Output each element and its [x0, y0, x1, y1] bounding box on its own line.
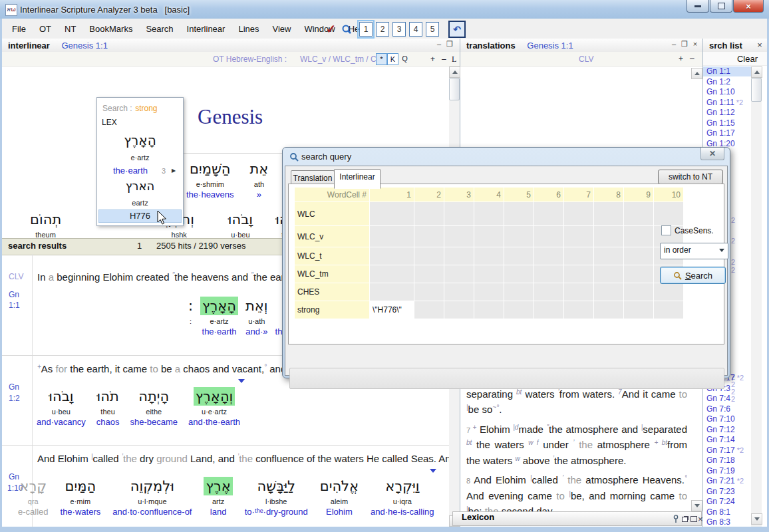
close-button[interactable]: ×: [733, 0, 764, 13]
panel-minimize-icon[interactable]: –: [669, 40, 679, 48]
word-cell[interactable]: וַיִּקְרָאu·iqraand·he-is-calling: [371, 477, 434, 517]
srch-list-scrollbar[interactable]: [751, 66, 762, 527]
scroll-up-button[interactable]: [691, 68, 702, 79]
translation-paragraph[interactable]: 7 + Elohim |dmade "the atmosphere and |s…: [466, 422, 687, 469]
query-cell[interactable]: [564, 283, 594, 301]
panel-maximize-icon[interactable]: ❒: [445, 40, 454, 49]
query-cell[interactable]: [534, 247, 564, 265]
word-cell[interactable]: קָרָאqrae-called: [18, 477, 49, 517]
word-cell[interactable]: הַשָּׁמַיִםe·shmimthe·heavens: [186, 160, 234, 200]
query-cell[interactable]: [564, 226, 594, 247]
search-button[interactable]: Search: [660, 267, 726, 284]
query-cell[interactable]: [654, 283, 684, 301]
srch-list-item[interactable]: Gn 1:10: [703, 87, 754, 97]
popup-lex-item[interactable]: LEX: [102, 118, 117, 127]
word-cell[interactable]: הָאָרֶץe·artzthe·earth: [200, 297, 238, 336]
verse-ref[interactable]: 1:1: [9, 301, 20, 310]
query-cell[interactable]: [504, 301, 534, 319]
case-sensitive-option[interactable]: CaseSens.: [661, 225, 714, 235]
scroll-up-button[interactable]: [449, 66, 460, 78]
query-cell[interactable]: [624, 283, 654, 301]
verse-line-gn110[interactable]: And Elohim |called ’the dry ground Land,…: [37, 453, 449, 464]
popup-strong-item[interactable]: H776: [98, 209, 182, 223]
minimize-button[interactable]: [687, 0, 709, 13]
query-cell[interactable]: [564, 301, 594, 319]
lexicon-bar[interactable]: Lexicon ×: [452, 511, 702, 526]
version-badge[interactable]: CLV: [9, 272, 23, 281]
lines-button[interactable]: L: [452, 55, 456, 65]
search-query-dialog[interactable]: search query ✕ Translation Interlinear s…: [282, 147, 730, 378]
translation-text[interactable]: in the midst of the waters, +that it may…: [466, 371, 687, 511]
word-cell[interactable]: וְאֵתu·athand·»: [245, 297, 268, 336]
menu-item-lines[interactable]: Lines: [231, 19, 265, 34]
query-cell[interactable]: [624, 202, 654, 226]
title-bar[interactable]: אω Interlinear Scripture Analyzer 3 beta…: [0, 0, 769, 19]
zoom-in-button[interactable]: +: [430, 55, 435, 64]
query-cell[interactable]: [414, 265, 444, 283]
query-cell[interactable]: [444, 202, 474, 226]
word-cell[interactable]: וָבֹהוּu·beuand·vacancy: [216, 210, 265, 238]
query-cell[interactable]: [414, 247, 444, 265]
order-dropdown[interactable]: in order: [660, 243, 728, 259]
srch-list-item[interactable]: Gn 7:21*2: [703, 476, 754, 486]
query-cell[interactable]: [414, 283, 444, 301]
query-cell[interactable]: [594, 265, 624, 283]
translation-paragraph[interactable]: 8 And Elohim |called ’ the atmosphere He…: [466, 473, 687, 511]
srch-list-item[interactable]: Gn 1:11*2: [703, 98, 754, 108]
query-cell[interactable]: [564, 247, 594, 265]
zoom-in-button[interactable]: +: [679, 54, 683, 63]
srch-list-item[interactable]: Gn 7:18: [703, 456, 754, 466]
collapse-marker-icon[interactable]: [430, 469, 436, 473]
menu-item-file[interactable]: File: [5, 19, 33, 34]
menu-item-interlinear[interactable]: Interlinear: [180, 19, 232, 34]
query-cell[interactable]: [414, 202, 444, 226]
scroll-down-button[interactable]: [751, 513, 762, 525]
pin-icon[interactable]: [673, 515, 679, 523]
verse-ref[interactable]: 1:2: [9, 394, 20, 403]
srch-list-item[interactable]: Gn 1:1: [703, 66, 754, 76]
word-cell[interactable]: וּלְמִקְוֵהu·l·mqueand·to·confluence-of: [112, 477, 192, 517]
srch-list-item[interactable]: Gn 7:17*2: [703, 446, 754, 456]
query-cell[interactable]: [370, 265, 414, 283]
query-cell[interactable]: [564, 202, 594, 226]
query-cell[interactable]: [624, 226, 654, 247]
query-cell[interactable]: [414, 226, 444, 247]
word-cell[interactable]: לַיַּבָּשָׁהl·ibsheto·ᵗʰᵉ·dry-ground: [245, 477, 308, 517]
query-cell[interactable]: [444, 265, 474, 283]
srch-list-item[interactable]: Gn 1:2: [703, 77, 754, 87]
query-cell[interactable]: [534, 226, 564, 247]
panel-close-icon[interactable]: ×: [755, 40, 764, 50]
layout-button-4[interactable]: 4: [409, 22, 422, 37]
word-cell[interactable]: וָבֹהוּu·beuand·vacancy: [37, 387, 86, 427]
srch-list-item[interactable]: Gn 8:3: [703, 517, 754, 527]
query-cell[interactable]: [534, 202, 564, 226]
panel-reference[interactable]: Genesis 1:1: [61, 41, 107, 51]
verse-line-gn11[interactable]: In a beginning Elohim created "the heave…: [37, 271, 295, 283]
scroll-thumb[interactable]: [449, 78, 460, 100]
verse-book[interactable]: Gn: [9, 290, 19, 299]
magnifier-icon[interactable]: [341, 24, 352, 35]
query-cell[interactable]: [474, 301, 504, 319]
check-icon[interactable]: ✓: [325, 22, 337, 37]
query-cell[interactable]: [594, 202, 624, 226]
layout-button-2[interactable]: 2: [376, 22, 389, 37]
qere-toggle[interactable]: Q: [400, 53, 410, 64]
query-cell[interactable]: [444, 247, 474, 265]
word-cell[interactable]: הָיְתָהeitheshe-became: [130, 387, 178, 427]
query-cell[interactable]: [474, 226, 504, 247]
query-cell[interactable]: [504, 226, 534, 247]
query-cell[interactable]: [654, 301, 684, 319]
panel-reference[interactable]: Genesis 1:1: [527, 41, 573, 51]
close-icon[interactable]: ×: [698, 514, 703, 524]
query-cell[interactable]: [594, 226, 624, 247]
srch-list-item[interactable]: Gn 1:17: [703, 128, 754, 138]
word-cell[interactable]: וְהָאָרֶץu·e·artzand·the·earth: [188, 387, 240, 427]
query-cell[interactable]: [594, 247, 624, 265]
scroll-thumb[interactable]: [751, 78, 762, 102]
scroll-down-button[interactable]: [691, 500, 702, 511]
word-cell[interactable]: ::: [188, 297, 193, 336]
clear-button[interactable]: Clear: [737, 54, 758, 64]
srch-list-item[interactable]: Gn 7:14: [703, 435, 754, 445]
word-cell[interactable]: תְהוֹםtheumabyss: [30, 210, 61, 238]
query-cell[interactable]: [444, 283, 474, 301]
